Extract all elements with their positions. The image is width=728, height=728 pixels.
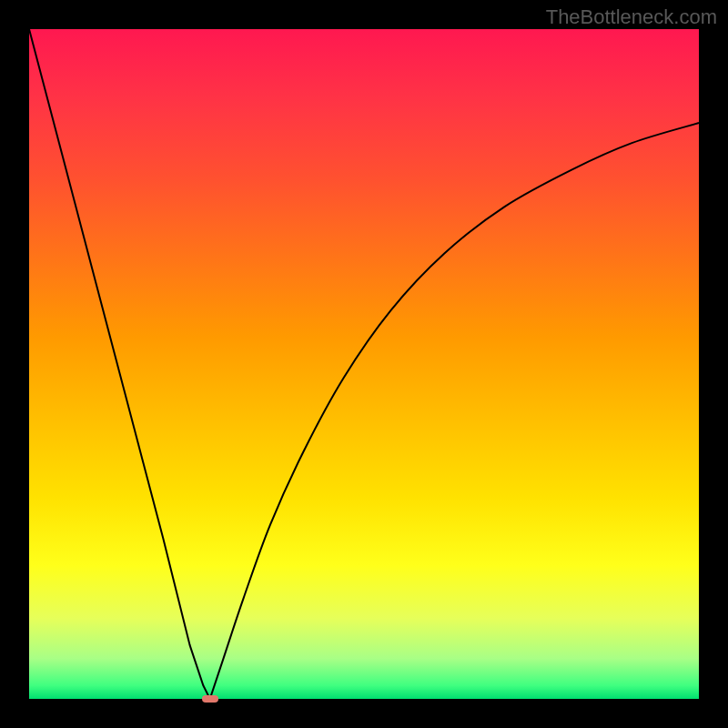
chart-frame: TheBottleneck.com xyxy=(0,0,728,728)
minimum-marker xyxy=(202,695,218,703)
curve-layer xyxy=(29,29,699,699)
left-branch-curve xyxy=(29,29,210,699)
watermark-text: TheBottleneck.com xyxy=(546,5,717,29)
right-branch-curve xyxy=(210,123,699,699)
